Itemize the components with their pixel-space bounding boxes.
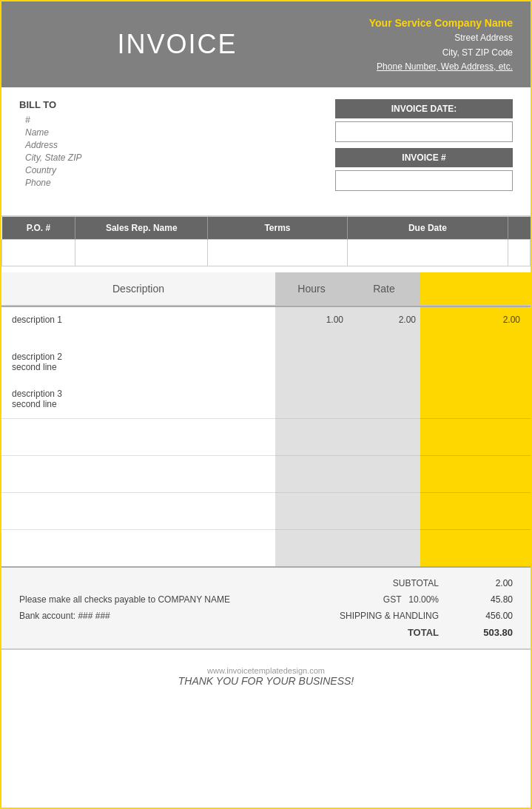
- item-row-empty-3: [1, 492, 531, 529]
- item-desc-3[interactable]: description 3 second line: [1, 381, 275, 418]
- website-text: www.invoicetemplatedesign.com: [19, 666, 513, 675]
- item-rate-1[interactable]: 2.00: [348, 307, 420, 344]
- bill-name-field: Name: [19, 127, 335, 138]
- po-col-header-5: [508, 217, 531, 240]
- empty-rate-4[interactable]: [348, 529, 420, 566]
- bill-address-field: Address: [19, 140, 335, 150]
- invoice-date-label: INVOICE DATE:: [335, 99, 513, 118]
- empty-hours-2[interactable]: [275, 455, 348, 492]
- empty-hours-4[interactable]: [275, 529, 348, 566]
- item-row-2: description 2 second line: [1, 344, 531, 381]
- item-amount-2: [420, 344, 531, 381]
- footer-subtotal-row: SUBTOTAL 2.00: [1, 575, 531, 591]
- footer-note-1: Please make all checks payable to COMPAN…: [19, 594, 306, 605]
- items-section: Description Hours Rate Amount descriptio…: [1, 272, 531, 566]
- item-hours-3[interactable]: [275, 381, 348, 418]
- company-contact: Phone Number, Web Address, etc.: [335, 60, 513, 74]
- empty-amount-3: [420, 492, 531, 529]
- empty-desc-4[interactable]: [1, 529, 275, 566]
- item-desc-text-3a: description 3: [12, 389, 265, 399]
- bill-to-section: BILL TO # Name Address City, State ZIP C…: [1, 87, 531, 217]
- total-value: 503.80: [454, 627, 513, 638]
- invoice-date-input[interactable]: [335, 121, 513, 142]
- item-desc-text-2a: description 2: [12, 352, 265, 362]
- extra-cell: [508, 239, 531, 266]
- company-info: Your Service Company Name Street Address…: [335, 15, 513, 74]
- po-table: P.O. # Sales Rep. Name Terms Due Date: [1, 217, 531, 266]
- empty-rate-1[interactable]: [348, 418, 420, 455]
- empty-hours-3[interactable]: [275, 492, 348, 529]
- item-hours-2[interactable]: [275, 344, 348, 381]
- item-desc-2[interactable]: description 2 second line: [1, 344, 275, 381]
- item-rate-3[interactable]: [348, 381, 420, 418]
- footer-total-row: TOTAL 503.80: [1, 624, 531, 641]
- thankyou-text: THANK YOU FOR YOUR BUSINESS!: [19, 675, 513, 687]
- po-number-cell[interactable]: [2, 239, 75, 266]
- item-amount-3: [420, 381, 531, 418]
- item-rate-2[interactable]: [348, 344, 420, 381]
- empty-rate-3[interactable]: [348, 492, 420, 529]
- item-desc-1[interactable]: description 1: [1, 307, 275, 344]
- footer-note-2: Bank account: ### ###: [19, 611, 306, 621]
- invoice-num-input[interactable]: [335, 170, 513, 191]
- bill-to-left: BILL TO # Name Address City, State ZIP C…: [19, 99, 335, 208]
- gst-value: 45.80: [454, 594, 513, 605]
- item-row-empty-1: [1, 418, 531, 455]
- item-row-empty-4: [1, 529, 531, 566]
- shipping-label: SHIPPING & HANDLING: [306, 611, 454, 621]
- company-citystate: City, ST ZIP Code: [335, 46, 513, 60]
- gst-percent: 10.00%: [408, 594, 439, 605]
- gst-label-text: GST: [383, 594, 401, 605]
- item-row-3: description 3 second line: [1, 381, 531, 418]
- po-col-header-1: P.O. #: [2, 217, 75, 240]
- item-row-empty-2: [1, 455, 531, 492]
- item-desc-text-3b: second line: [12, 399, 265, 409]
- po-col-header-2: Sales Rep. Name: [75, 217, 208, 240]
- shipping-value: 456.00: [454, 611, 513, 621]
- items-amount-header: Amount: [420, 272, 531, 305]
- items-table-header: Description Hours Rate Amount: [1, 272, 531, 306]
- item-desc-text-1: description 1: [12, 315, 62, 325]
- items-rate-header: Rate: [348, 272, 420, 305]
- empty-rate-2[interactable]: [348, 455, 420, 492]
- invoice-num-label: INVOICE #: [335, 148, 513, 167]
- due-date-cell[interactable]: [347, 239, 508, 266]
- bill-to-label: BILL TO: [19, 99, 335, 110]
- items-desc-header: Description: [1, 272, 275, 305]
- terms-cell[interactable]: [208, 239, 348, 266]
- sales-rep-cell[interactable]: [75, 239, 208, 266]
- footer-section: SUBTOTAL 2.00 Please make all checks pay…: [1, 566, 531, 648]
- po-table-row: [2, 239, 531, 266]
- company-street: Street Address: [335, 31, 513, 45]
- item-hours-1[interactable]: 1.00: [275, 307, 348, 344]
- subtotal-label: SUBTOTAL: [306, 578, 454, 588]
- invoice-title: INVOICE: [19, 29, 335, 60]
- item-amount-1: 2.00: [420, 307, 531, 344]
- footer-gst-row: Please make all checks payable to COMPAN…: [1, 591, 531, 608]
- empty-amount-1: [420, 418, 531, 455]
- empty-hours-1[interactable]: [275, 418, 348, 455]
- bill-country-field: Country: [19, 165, 335, 175]
- empty-amount-2: [420, 455, 531, 492]
- invoice-meta: INVOICE DATE: INVOICE #: [335, 99, 513, 208]
- po-col-header-3: Terms: [208, 217, 348, 240]
- thankyou-section: www.invoicetemplatedesign.com THANK YOU …: [1, 648, 531, 694]
- bill-number-field: #: [19, 115, 335, 125]
- total-label: TOTAL: [306, 627, 454, 638]
- invoice-header: INVOICE Your Service Company Name Street…: [1, 1, 531, 87]
- item-desc-text-2b: second line: [12, 362, 265, 372]
- header-title-area: INVOICE: [19, 29, 335, 60]
- bill-citystate-field: City, State ZIP: [19, 152, 335, 163]
- company-name: Your Service Company Name: [335, 15, 513, 31]
- empty-desc-1[interactable]: [1, 418, 275, 455]
- empty-desc-2[interactable]: [1, 455, 275, 492]
- gst-label: GST 10.00%: [306, 594, 454, 605]
- empty-amount-4: [420, 529, 531, 566]
- bill-phone-field: Phone: [19, 178, 335, 188]
- items-hours-header: Hours: [275, 272, 348, 305]
- po-col-header-4: Due Date: [347, 217, 508, 240]
- item-row-1: description 1 1.00 2.00 2.00: [1, 307, 531, 344]
- empty-desc-3[interactable]: [1, 492, 275, 529]
- footer-shipping-row: Bank account: ### ### SHIPPING & HANDLIN…: [1, 608, 531, 624]
- subtotal-value: 2.00: [454, 578, 513, 588]
